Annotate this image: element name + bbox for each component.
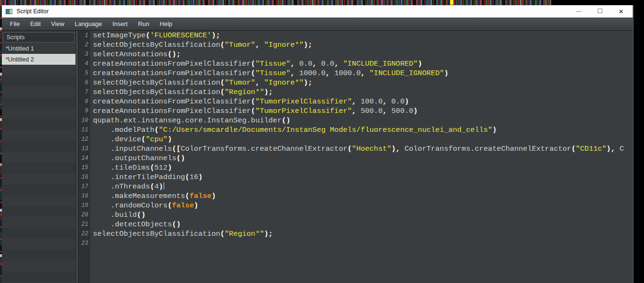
code-text: 0.0 (299, 60, 312, 68)
code-line[interactable]: .makeMeasurements(false) (93, 191, 633, 201)
code-punctuation: ) (404, 97, 409, 106)
code-punctuation: ); (264, 230, 273, 238)
line-number: 17 (78, 182, 88, 191)
code-text: .interTilePadding (93, 173, 185, 181)
close-button[interactable]: ✕ (611, 5, 632, 17)
line-number: 1 (78, 31, 88, 40)
code-punctuation: () (137, 211, 146, 219)
code-punctuation: ( (141, 135, 145, 144)
code-string: "Tumor" (225, 41, 255, 49)
code-punctuation: ([ (172, 145, 181, 153)
code-text: .detectObjects (93, 220, 172, 229)
code-line[interactable]: createAnnotationsFromPixelClassifier("Ti… (93, 59, 633, 69)
code-punctuation: ) (167, 135, 172, 144)
code-area[interactable]: setImageType('FLUORESCENCE');selectObjec… (90, 31, 633, 283)
script-editor-window: Script Editor — □ ✕ File Edit View Langu… (2, 5, 634, 283)
code-string: "Ignore*" (264, 78, 304, 87)
code-string: "INCLUDE_IGNORED" (369, 69, 444, 77)
code-punctuation: ); (211, 31, 220, 40)
code-text: C (619, 145, 624, 153)
code-punctuation: , (352, 97, 361, 106)
code-punctuation: ( (146, 31, 150, 40)
code-string: "Tumor" (225, 78, 255, 87)
code-line[interactable]: setImageType('FLUORESCENCE'); (93, 31, 633, 40)
code-punctuation: ( (220, 78, 225, 87)
title-bar[interactable]: Script Editor — □ ✕ (2, 5, 633, 17)
scripts-sidebar: Scripts *Untitled 1*Untitled 2 (2, 31, 76, 283)
code-line[interactable]: createAnnotationsFromPixelClassifier("Tu… (93, 106, 633, 116)
code-punctuation: ( (251, 107, 255, 115)
code-punctuation: () (282, 116, 291, 125)
code-line[interactable]: selectObjectsByClassification("Region*")… (93, 87, 633, 97)
line-number: 6 (78, 78, 88, 87)
code-line[interactable]: .nThreads(4) (93, 182, 633, 191)
code-punctuation: ) (167, 163, 172, 172)
line-number: 19 (78, 201, 88, 210)
menu-bar: File Edit View Language Insert Run Help (2, 17, 633, 31)
code-line[interactable]: createAnnotationsFromPixelClassifier("Ti… (93, 69, 633, 78)
menu-edit[interactable]: Edit (25, 17, 46, 30)
menu-language[interactable]: Language (69, 17, 107, 30)
minimize-button[interactable]: — (568, 5, 589, 17)
code-punctuation: , (312, 60, 321, 68)
code-punctuation: ( (185, 173, 189, 181)
code-keyword: false (190, 192, 212, 200)
code-punctuation: ( (150, 182, 154, 191)
line-number: 20 (78, 210, 88, 220)
code-editor[interactable]: 1234567891011121314151617181920212223 se… (78, 31, 633, 283)
code-punctuation: ); (304, 41, 313, 49)
code-text: .makeMeasurements (93, 192, 185, 200)
code-punctuation: ( (571, 145, 576, 153)
code-line[interactable]: selectObjectsByClassification("Tumor", "… (93, 40, 633, 50)
code-text: 0.0 (321, 60, 335, 68)
code-text: 500.0 (392, 107, 414, 115)
line-number: 18 (78, 191, 88, 201)
maximize-button[interactable]: □ (589, 5, 611, 17)
code-line[interactable]: selectObjectsByClassification("Region*")… (93, 229, 633, 239)
code-string: "TumorPixelClassifier" (255, 107, 352, 115)
code-punctuation: ) (492, 126, 496, 134)
code-line[interactable]: .modelPath("C:/Users/smcardle/Documents/… (93, 125, 633, 135)
code-line[interactable]: .tileDims(512) (93, 163, 633, 172)
code-text: createAnnotationsFromPixelClassifier (93, 69, 251, 77)
code-line[interactable]: .detectObjects() (93, 220, 633, 229)
code-text: 500.0 (360, 107, 383, 115)
code-line[interactable]: .build() (93, 210, 633, 220)
menu-file[interactable]: File (5, 17, 25, 30)
code-line[interactable]: .randomColors(false) (93, 201, 633, 210)
script-list[interactable]: *Untitled 1*Untitled 2 (2, 43, 75, 283)
code-line[interactable]: .device("cpu") (93, 135, 633, 144)
menu-help[interactable]: Help (155, 17, 178, 30)
menu-view[interactable]: View (46, 17, 69, 30)
code-text: ColorTransforms.createChannelExtractor (404, 145, 571, 153)
code-string: "Tissue" (255, 69, 290, 77)
code-punctuation: ); (304, 78, 313, 87)
code-line[interactable]: selectAnnotations(); (93, 50, 633, 59)
code-string: "Region*" (225, 230, 264, 238)
code-punctuation: ( (220, 230, 225, 238)
code-line[interactable] (93, 239, 633, 248)
code-line[interactable]: createAnnotationsFromPixelClassifier("Tu… (93, 97, 633, 106)
code-text: createAnnotationsFromPixelClassifier (93, 60, 251, 68)
code-line[interactable]: .interTilePadding(16) (93, 172, 633, 182)
line-number: 21 (78, 220, 88, 229)
code-text: createAnnotationsFromPixelClassifier (93, 107, 251, 115)
code-line[interactable]: selectObjectsByClassification("Tumor", "… (93, 78, 633, 87)
script-list-item[interactable]: *Untitled 2 (2, 54, 75, 65)
script-list-item[interactable]: *Untitled 1 (2, 43, 75, 54)
code-text: 512 (154, 163, 167, 172)
code-text: .randomColors (93, 201, 167, 210)
code-punctuation: , (255, 78, 264, 87)
code-text: 1000.0 (299, 69, 326, 77)
code-punctuation: ( (150, 163, 154, 172)
code-punctuation: ( (220, 88, 225, 96)
line-number: 14 (78, 154, 88, 163)
code-line[interactable]: qupath.ext.instanseg.core.InstanSeg.buil… (93, 116, 633, 125)
code-text: .outputChannels (93, 154, 176, 163)
code-punctuation: ( (154, 126, 159, 134)
menu-run[interactable]: Run (133, 17, 155, 30)
code-line[interactable]: .outputChannels() (93, 154, 633, 163)
app-icon (6, 9, 12, 14)
menu-insert[interactable]: Insert (107, 17, 133, 30)
code-line[interactable]: .inputChannels([ColorTransforms.createCh… (93, 144, 633, 154)
